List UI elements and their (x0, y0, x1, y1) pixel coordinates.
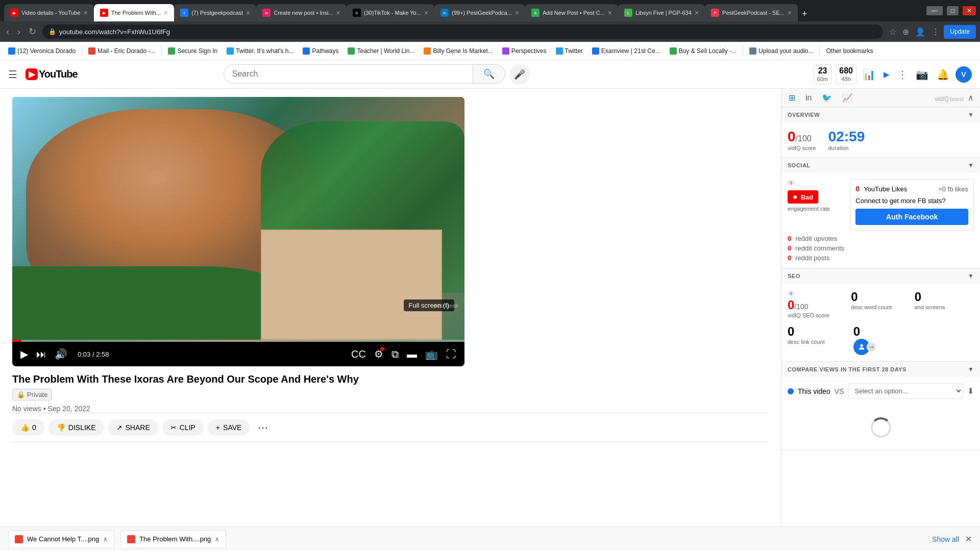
bookmark-upload[interactable]: Upload your audio... (745, 45, 817, 57)
tab-title-3: (7) Pestgeekpodcast (191, 10, 243, 16)
end-screens-item: 0 end screens (915, 290, 974, 318)
download-item-1[interactable]: We Cannot Help T....png ∧ (8, 530, 114, 548)
cast-button[interactable]: 📺 (423, 346, 440, 362)
search-button[interactable]: 🔍 (473, 64, 505, 84)
download-chevron-1[interactable]: ∧ (103, 536, 108, 543)
tab-close-3[interactable]: × (246, 9, 250, 17)
youtube-logo[interactable]: ▶ YouTube (26, 68, 78, 80)
reddit-posts-label: reddit posts (795, 254, 829, 262)
bookmark-other[interactable]: Other bookmarks (822, 45, 877, 57)
miniplayer-button[interactable]: ⧉ (389, 346, 401, 362)
seo-section-header[interactable]: SEO ▼ (781, 268, 980, 284)
browser-tab-7[interactable]: A Add New Post • Pest C... × (525, 4, 618, 21)
social-section-header[interactable]: SOCIAL ▼ (781, 158, 980, 173)
tab-close-1[interactable]: × (84, 9, 88, 17)
volume-button[interactable]: 🔊 (53, 346, 69, 362)
tab-close-5[interactable]: × (424, 9, 428, 17)
browser-tab-3[interactable]: f (7) Pestgeekpodcast × (174, 4, 256, 21)
compare-select[interactable]: Select an option... (848, 383, 964, 399)
tab-close-8[interactable]: × (695, 9, 699, 17)
hamburger-menu-button[interactable]: ☰ (8, 68, 17, 81)
browser-tab-8[interactable]: L Libsyn Five | PGP-634 × (618, 4, 705, 21)
show-all-button[interactable]: Show all (932, 535, 959, 543)
minimize-button[interactable]: — (926, 6, 943, 15)
fullscreen-button[interactable]: ⛶ (444, 346, 458, 362)
vidiq-chart-icon[interactable]: 📈 (841, 92, 853, 104)
tab-close-6[interactable]: × (515, 9, 519, 17)
settings-control-button[interactable]: ⚙ (372, 346, 385, 362)
vidiq-header-button[interactable]: ▶ (881, 68, 891, 81)
compare-section-header[interactable]: COMPARE VIEWS IN THE FIRST 28 DAYS ▼ (781, 362, 980, 377)
like-button[interactable]: 👍 0 (12, 419, 44, 436)
bookmark-signin[interactable]: Secure Sign In (164, 45, 222, 57)
bookmark-twitter-2[interactable]: Twitter (552, 45, 587, 57)
save-icon: + (216, 423, 220, 432)
search-area: 🔍 🎤 (224, 64, 530, 85)
cc-button[interactable]: CC (349, 346, 368, 362)
settings-button[interactable]: ⋮ (929, 25, 942, 39)
browser-tab-2[interactable]: ▶ The Problem With... × (94, 4, 174, 21)
save-label: SAVE (223, 423, 241, 432)
menu-dots-button[interactable]: ⋮ (895, 66, 910, 83)
play-button[interactable]: ▶ (18, 346, 30, 362)
tab-close-2[interactable]: × (164, 9, 168, 17)
bookmark-mail[interactable]: Mail - Eric Dorado -... (84, 45, 159, 57)
bookmark-twitter-main[interactable]: Twitter. It's what's h... (223, 45, 298, 57)
back-button[interactable]: ‹ (4, 24, 11, 39)
download-chevron-2[interactable]: ∧ (215, 536, 219, 543)
next-button[interactable]: ⏭ (34, 346, 48, 362)
engagement-col: 👁 ● Bad engagement rate (788, 179, 844, 231)
theater-button[interactable]: ▬ (405, 346, 419, 362)
vidiq-grid-icon[interactable]: ⊞ (788, 92, 796, 104)
vidiq-collapse-button[interactable]: ∧ (968, 93, 974, 103)
overview-section-header[interactable]: OVERVIEW ▼ (781, 107, 980, 122)
notifications-button[interactable]: 🔔 (935, 66, 951, 83)
bookmark-teacher[interactable]: Teacher | World Lin... (344, 45, 419, 57)
create-button[interactable]: 📷 (914, 66, 930, 83)
progress-bar[interactable] (12, 340, 464, 342)
search-input[interactable] (224, 64, 473, 84)
bookmark-veronica[interactable]: (12) Veronica Dorado (4, 45, 80, 57)
social-chevron: ▼ (968, 162, 974, 169)
profile-button[interactable]: 👤 (913, 25, 927, 39)
tab-close-7[interactable]: × (608, 9, 612, 17)
duration-block: 02:59 duration (828, 129, 865, 151)
browser-tab-4[interactable]: in Create new post • Insi... × (256, 4, 347, 21)
new-tab-button[interactable]: + (798, 7, 812, 21)
compare-download-button[interactable]: ⬇ (967, 386, 974, 396)
chart-button[interactable]: 📊 (861, 66, 877, 83)
star-button[interactable]: ☆ (887, 25, 898, 39)
forward-button[interactable]: › (15, 24, 22, 39)
url-bar[interactable]: 🔒 youtube.com/watch?v=FxhWu1U6fFg (42, 24, 883, 39)
bookmark-billygene[interactable]: Billy Gene Is Market... (420, 45, 497, 57)
close-window-button[interactable]: ✕ (963, 6, 976, 15)
restore-button[interactable]: □ (947, 6, 959, 15)
bookmark-pathways[interactable]: Pathways (299, 45, 342, 57)
browser-tab-5[interactable]: tt (30)TikTok - Make Yo... × (347, 4, 434, 21)
vidiq-linkedin-icon[interactable]: in (804, 92, 813, 104)
save-button[interactable]: + SAVE (208, 419, 250, 436)
reload-button[interactable]: ↻ (27, 24, 38, 39)
update-button[interactable]: Update (944, 25, 976, 39)
clip-button[interactable]: ✂ CLIP (162, 419, 204, 436)
close-downloads-button[interactable]: ✕ (965, 534, 972, 544)
browser-tab-9[interactable]: P PestGeekPodcast - SE... × (705, 4, 798, 21)
fb-auth-button[interactable]: Auth Facebook (855, 209, 968, 225)
tab-close-9[interactable]: × (788, 9, 792, 17)
browser-tab-1[interactable]: ▶ Video details - YouTube × (4, 4, 94, 21)
mic-button[interactable]: 🎤 (509, 64, 530, 85)
bookmark-buysel[interactable]: Buy & Sell Locally -... (666, 45, 741, 57)
bookmark-examview[interactable]: Examview | 21st Ce... (588, 45, 665, 57)
more-actions-button[interactable]: ⋯ (254, 417, 272, 438)
url-text: youtube.com/watch?v=FxhWu1U6fFg (59, 28, 170, 36)
extension-button[interactable]: ⊕ (900, 25, 911, 39)
user-avatar[interactable]: V (955, 66, 972, 83)
eye-icon: 👁 (788, 179, 795, 187)
dislike-button[interactable]: 👎 DISLIKE (48, 419, 104, 436)
bookmark-perspectives[interactable]: Perspectives (498, 45, 551, 57)
vidiq-twitter-icon[interactable]: 🐦 (821, 92, 833, 104)
share-button[interactable]: ↗ SHARE (108, 419, 158, 436)
browser-tab-6[interactable]: in (99+) PestGeekPodca... × (434, 4, 525, 21)
download-item-2[interactable]: The Problem With....png ∧ (120, 530, 226, 548)
tab-close-4[interactable]: × (336, 9, 340, 17)
